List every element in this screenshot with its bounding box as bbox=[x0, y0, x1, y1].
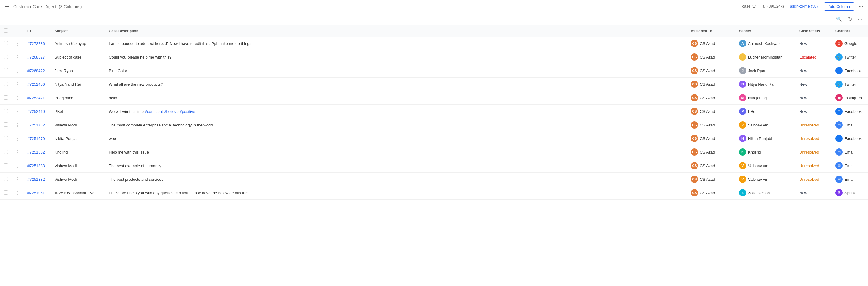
sender-name: Zoila Nelson bbox=[748, 191, 770, 195]
row-checkbox[interactable] bbox=[4, 82, 8, 86]
row-subject[interactable]: Subject of case bbox=[51, 50, 105, 64]
row-dots-menu[interactable]: ⋮ bbox=[15, 95, 20, 101]
row-dots-menu[interactable]: ⋮ bbox=[15, 68, 20, 73]
row-dots-menu[interactable]: ⋮ bbox=[15, 190, 20, 196]
status-badge: New bbox=[799, 191, 807, 195]
row-desc: hello bbox=[105, 91, 687, 105]
tab-all[interactable]: all (890.24k) bbox=[762, 3, 784, 10]
row-dots-cell: ⋮ bbox=[11, 50, 24, 64]
row-dots-cell: ⋮ bbox=[11, 159, 24, 173]
row-checkbox[interactable] bbox=[4, 109, 8, 113]
row-subject[interactable]: Nikita Punjabi bbox=[51, 132, 105, 145]
tab-case[interactable]: case (1) bbox=[742, 3, 756, 10]
menu-icon[interactable]: ☰ bbox=[5, 4, 9, 9]
row-subject[interactable]: PBot bbox=[51, 105, 105, 118]
row-assigned: CS CS Azad bbox=[687, 118, 735, 132]
row-id[interactable]: #7251383 bbox=[24, 159, 51, 173]
channel-icon: S bbox=[835, 189, 843, 196]
row-checkbox[interactable] bbox=[4, 95, 8, 99]
col-header-status[interactable]: Case Status bbox=[796, 25, 832, 37]
row-assigned: CS CS Azad bbox=[687, 105, 735, 118]
table-row: ⋮#7251670Nikita Punjabiwoo CS CS Azad N … bbox=[0, 132, 868, 145]
row-checkbox[interactable] bbox=[4, 177, 8, 181]
top-bar: ☰ Customer Care - Agent (3 Columns) case… bbox=[0, 0, 868, 13]
status-badge: New bbox=[799, 41, 807, 46]
assigned-name: CS Azad bbox=[700, 136, 715, 141]
row-id[interactable]: #7252456 bbox=[24, 78, 51, 91]
status-badge: Unresolved bbox=[799, 136, 819, 141]
row-subject[interactable]: Vishwa Modi bbox=[51, 118, 105, 132]
col-header-assigned[interactable]: Assigned To bbox=[687, 25, 735, 37]
row-dots-menu[interactable]: ⋮ bbox=[15, 82, 20, 87]
assigned-avatar: CS bbox=[691, 148, 698, 156]
row-subject[interactable]: Vishwa Modi bbox=[51, 159, 105, 173]
col-header-sender[interactable]: Sender bbox=[735, 25, 796, 37]
search-button[interactable]: 🔍 bbox=[835, 15, 843, 23]
sender-name: mikejening bbox=[748, 96, 767, 100]
row-id[interactable]: #7268627 bbox=[24, 50, 51, 64]
row-desc: I am supposed to add text here. :P Now I… bbox=[105, 37, 687, 50]
row-desc: The best example of humanity. bbox=[105, 159, 687, 173]
row-id[interactable]: #7251552 bbox=[24, 145, 51, 159]
row-desc-text: Help me with this issue bbox=[109, 150, 253, 154]
select-all-checkbox[interactable] bbox=[4, 28, 8, 33]
table-row: ⋮#7252410PBotWe will win this time #conf… bbox=[0, 105, 868, 118]
row-subject[interactable]: Nitya Nand Rai bbox=[51, 78, 105, 91]
row-assigned: CS CS Azad bbox=[687, 173, 735, 186]
row-id[interactable]: #7251732 bbox=[24, 118, 51, 132]
table-row: ⋮#7251383Vishwa ModiThe best example of … bbox=[0, 159, 868, 173]
settings-button[interactable]: ··· bbox=[857, 16, 863, 23]
row-checkbox[interactable] bbox=[4, 122, 8, 127]
row-subject[interactable]: Jack Ryan bbox=[51, 64, 105, 78]
row-checkbox[interactable] bbox=[4, 190, 8, 195]
channel-name: Facebook bbox=[844, 109, 862, 114]
more-options-icon[interactable]: ··· bbox=[859, 3, 863, 10]
add-column-button[interactable]: Add Column bbox=[824, 2, 855, 10]
col-header-id[interactable]: ID bbox=[24, 25, 51, 37]
col-header-channel[interactable]: Channel bbox=[832, 25, 868, 37]
row-desc-text: Hi, Before i help you with any queries c… bbox=[109, 191, 253, 195]
row-id[interactable]: #7272786 bbox=[24, 37, 51, 50]
table-row: ⋮#7252456Nitya Nand RaiWhat all are the … bbox=[0, 78, 868, 91]
sender-avatar: A bbox=[739, 40, 746, 47]
row-sender: Z Zoila Nelson bbox=[735, 186, 796, 200]
channel-name: Twitter bbox=[844, 55, 856, 59]
row-status: Unresolved bbox=[796, 145, 832, 159]
row-checkbox[interactable] bbox=[4, 55, 8, 59]
row-dots-menu[interactable]: ⋮ bbox=[15, 122, 20, 127]
row-dots-menu[interactable]: ⋮ bbox=[15, 150, 20, 155]
channel-icon: f bbox=[835, 67, 843, 74]
assigned-name: CS Azad bbox=[700, 177, 715, 181]
row-id[interactable]: #7251382 bbox=[24, 173, 51, 186]
row-dots-menu[interactable]: ⋮ bbox=[15, 163, 20, 168]
refresh-button[interactable]: ↻ bbox=[847, 15, 853, 23]
row-subject[interactable]: Vishwa Modi bbox=[51, 173, 105, 186]
row-subject[interactable]: Khojing bbox=[51, 145, 105, 159]
row-dots-menu[interactable]: ⋮ bbox=[15, 136, 20, 141]
row-dots-menu[interactable]: ⋮ bbox=[15, 109, 20, 114]
row-subject[interactable]: mikejening bbox=[51, 91, 105, 105]
row-dots-menu[interactable]: ⋮ bbox=[15, 177, 20, 182]
row-subject[interactable]: #7251061 Sprinklr_live_chat Hi, Before i… bbox=[51, 186, 105, 200]
tab-asgn[interactable]: asgn-to-me (58) bbox=[790, 3, 818, 10]
row-checkbox[interactable] bbox=[4, 163, 8, 167]
row-channel: S Sprinklr bbox=[832, 186, 868, 200]
col-header-subject[interactable]: Subject bbox=[51, 25, 105, 37]
row-id[interactable]: #7251061 bbox=[24, 186, 51, 200]
row-checkbox[interactable] bbox=[4, 41, 8, 45]
row-subject[interactable]: Animesh Kashyap bbox=[51, 37, 105, 50]
row-channel: 🐦 Twitter bbox=[832, 50, 868, 64]
row-dots-menu[interactable]: ⋮ bbox=[15, 55, 20, 60]
channel-name: Google bbox=[844, 41, 857, 46]
row-id[interactable]: #7252421 bbox=[24, 91, 51, 105]
row-id[interactable]: #7252410 bbox=[24, 105, 51, 118]
row-checkbox[interactable] bbox=[4, 150, 8, 154]
row-checkbox[interactable] bbox=[4, 136, 8, 140]
row-id[interactable]: #7251670 bbox=[24, 132, 51, 145]
col-header-desc[interactable]: Case Description bbox=[105, 25, 687, 37]
row-checkbox[interactable] bbox=[4, 68, 8, 73]
channel-name: Instagram bbox=[844, 96, 862, 100]
channel-name: Facebook bbox=[844, 136, 862, 141]
row-id[interactable]: #7268422 bbox=[24, 64, 51, 78]
row-dots-menu[interactable]: ⋮ bbox=[15, 41, 20, 46]
